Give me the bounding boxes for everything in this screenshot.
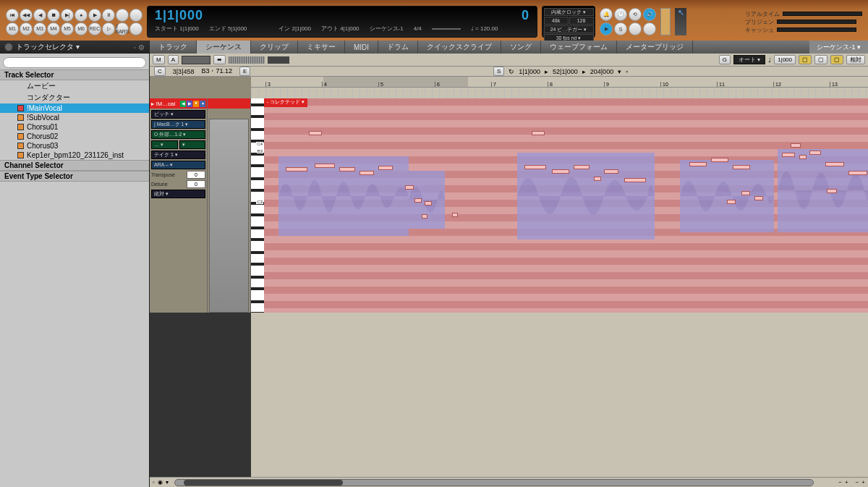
- ruler-selection[interactable]: [323, 77, 468, 87]
- bit-depth-select[interactable]: 24 ビ…テガー ▾: [544, 25, 594, 33]
- play-sel-button[interactable]: ▶: [600, 22, 613, 35]
- main-position[interactable]: 1|1|000: [155, 8, 203, 23]
- xport-btn-20[interactable]: [129, 22, 142, 35]
- view-opt-1[interactable]: ▫: [153, 479, 155, 486]
- note[interactable]: [315, 164, 335, 168]
- paperclip-icon[interactable]: [660, 8, 671, 35]
- sel-end[interactable]: 52|1|000: [553, 68, 578, 75]
- view-opt-2[interactable]: ◉: [158, 479, 163, 486]
- track-item-4[interactable]: Chorsu01: [0, 122, 149, 132]
- end-value[interactable]: 5|1|000: [228, 25, 247, 32]
- note[interactable]: [827, 189, 837, 193]
- speaker-button[interactable]: 🔊: [643, 8, 656, 21]
- marker-5-button[interactable]: M5: [61, 22, 74, 35]
- rewind-start-button[interactable]: ⏮: [6, 9, 19, 22]
- piano-roll-canvas[interactable]: - コレクテッド ▾: [264, 98, 868, 313]
- track-item-2[interactable]: !MainVocal: [0, 103, 149, 113]
- take-select[interactable]: テイク 1 ▾: [151, 151, 205, 159]
- note[interactable]: [286, 167, 307, 171]
- out-value[interactable]: 4|1|000: [340, 25, 359, 32]
- sel-len[interactable]: 204|000: [590, 68, 613, 75]
- sequence-selector[interactable]: シーケンス-1: [370, 25, 404, 33]
- note[interactable]: [425, 201, 432, 206]
- track-item-7[interactable]: Kep1er_bpm120_231126_inst: [0, 151, 149, 160]
- audible-button[interactable]: 🔔: [600, 8, 613, 21]
- track-item-0[interactable]: ムービー: [0, 80, 149, 92]
- detune-field[interactable]: [187, 180, 205, 188]
- tab-6[interactable]: クイックスクライブ: [418, 41, 501, 54]
- solo-button[interactable]: S: [614, 22, 627, 35]
- s-button[interactable]: S: [493, 67, 504, 76]
- marker-1-button[interactable]: M1: [6, 22, 19, 35]
- sub-position[interactable]: 0: [522, 8, 529, 23]
- preroll-button[interactable]: ▷: [102, 22, 115, 35]
- note[interactable]: [309, 131, 322, 135]
- note[interactable]: [594, 177, 601, 181]
- tab-8[interactable]: ウェーブフォーム: [541, 41, 617, 54]
- sel-start[interactable]: 1|1|000: [519, 68, 540, 75]
- note[interactable]: [754, 196, 763, 200]
- relative-button[interactable]: 相対: [846, 55, 865, 64]
- rec-mode-button[interactable]: REC: [88, 22, 101, 35]
- e-button[interactable]: E: [239, 67, 250, 76]
- close-icon[interactable]: [4, 43, 13, 51]
- track-item-5[interactable]: Chorus02: [0, 132, 149, 141]
- output-select[interactable]: | MacB…ク 1 ▾: [151, 120, 205, 129]
- play-button[interactable]: ▶: [88, 9, 101, 22]
- sel-opt-1[interactable]: ▾: [618, 68, 621, 75]
- tab-3[interactable]: ミキサー: [298, 41, 345, 54]
- ff-end-button[interactable]: ▶|: [61, 9, 74, 22]
- clip-label[interactable]: - コレクテッド ▾: [264, 98, 307, 107]
- aux-select-2[interactable]: ▾: [179, 140, 206, 149]
- marker-2-button[interactable]: M2: [20, 22, 33, 35]
- clock-source-select[interactable]: 内蔵クロック ▾: [544, 8, 594, 16]
- tab-sequence-select[interactable]: シーケンス-1 ▾: [809, 41, 868, 54]
- tab-9[interactable]: メーターブリッジ: [617, 41, 693, 54]
- marker-6-button[interactable]: M6: [75, 22, 88, 35]
- grid-opt-1[interactable]: ▢: [799, 55, 812, 64]
- tab-7[interactable]: ソング: [501, 41, 541, 54]
- note[interactable]: [422, 214, 427, 219]
- note[interactable]: [689, 162, 707, 166]
- piano-keyboard[interactable]: C4 B3 C3: [251, 98, 264, 313]
- note[interactable]: [782, 153, 795, 157]
- note[interactable]: [791, 143, 801, 148]
- scroll-track[interactable]: [174, 479, 814, 486]
- tempo-value[interactable]: 120.00: [480, 25, 498, 32]
- play-rev-button[interactable]: ◀: [33, 9, 46, 22]
- record-button[interactable]: ●: [75, 9, 88, 22]
- note[interactable]: [741, 191, 750, 195]
- ara-select[interactable]: ARA – ▾: [151, 161, 205, 169]
- grid-opt-3[interactable]: ▢: [830, 55, 843, 64]
- zoom-out-h[interactable]: −: [838, 479, 842, 486]
- beat-value[interactable]: 1|000: [774, 55, 796, 64]
- channel-selector-section[interactable]: Channel Selector: [0, 160, 149, 171]
- note[interactable]: [711, 158, 728, 162]
- track-item-1[interactable]: コンダクター: [0, 92, 149, 103]
- note[interactable]: [727, 200, 736, 204]
- xport-btn-9[interactable]: [116, 9, 129, 22]
- tempo-slider[interactable]: [432, 28, 461, 30]
- search-input[interactable]: [3, 57, 146, 68]
- in-value[interactable]: 2|1|000: [292, 25, 311, 32]
- m-button[interactable]: M: [153, 55, 165, 64]
- sample-rate-select[interactable]: 48k: [544, 17, 569, 25]
- pointer-tool[interactable]: ↖: [675, 8, 686, 35]
- input-select[interactable]: O 外部…1-2 ▾: [151, 130, 205, 139]
- note[interactable]: [604, 169, 618, 174]
- note[interactable]: [378, 166, 393, 170]
- loop-icon[interactable]: ↻: [509, 68, 514, 75]
- zoom-in-v[interactable]: +: [861, 479, 865, 486]
- note[interactable]: [825, 162, 844, 166]
- note[interactable]: [339, 167, 355, 171]
- note[interactable]: [733, 165, 750, 169]
- note[interactable]: [799, 155, 807, 159]
- g-button[interactable]: G: [719, 55, 731, 64]
- countoff-button[interactable]: 2 BARS: [116, 22, 129, 35]
- scale-btn[interactable]: ⬌: [213, 55, 226, 64]
- sidebar-title[interactable]: トラックセレクタ ▾: [16, 42, 80, 52]
- note[interactable]: [532, 131, 545, 135]
- xport-btn-10[interactable]: [129, 9, 142, 22]
- track-item-6[interactable]: Chorus03: [0, 141, 149, 151]
- auto-select[interactable]: オート ▾: [733, 55, 765, 64]
